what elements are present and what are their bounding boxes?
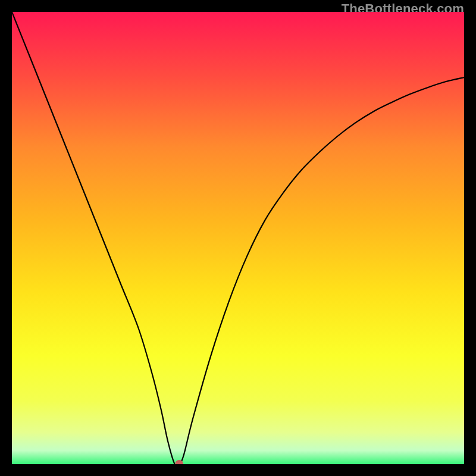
gradient-background [12,12,464,464]
bottleneck-chart-svg [12,12,464,464]
chart-frame: TheBottleneck.com [0,0,476,476]
plot-area [12,12,464,464]
